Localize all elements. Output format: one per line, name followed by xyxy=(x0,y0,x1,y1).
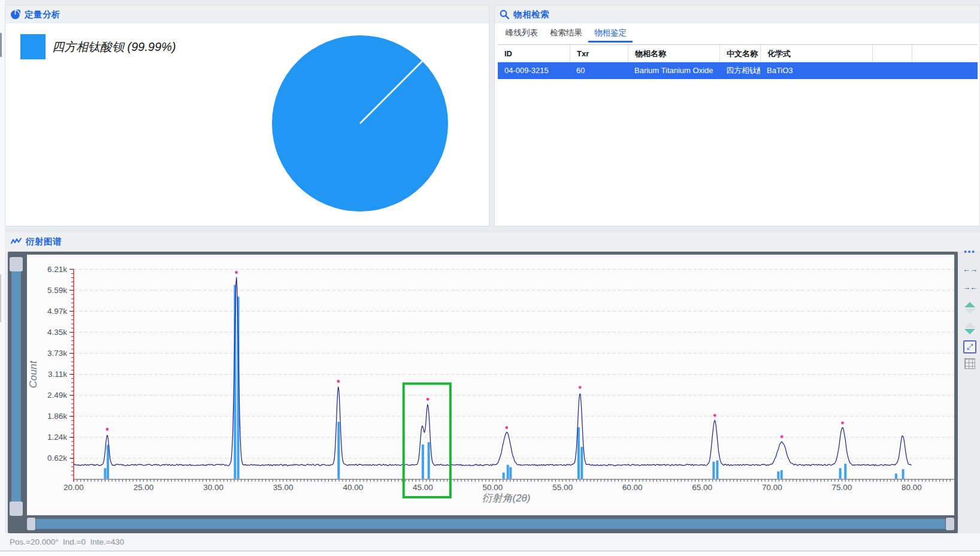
x-tick-label: 30.00 xyxy=(203,483,223,492)
triangle-down-active xyxy=(964,329,975,334)
phase-table: ID Txr 物相名称 中文名称 化学式 04-009-3215 60 Bari… xyxy=(498,44,978,79)
triangle-up-inactive xyxy=(964,322,975,328)
grid-view-icon[interactable] xyxy=(960,358,980,369)
scroll-up-icon[interactable] xyxy=(960,301,980,315)
vertical-zoom-handle-bottom[interactable] xyxy=(10,501,23,516)
chart-panel-title: 衍射图谱 xyxy=(26,236,62,247)
search-tabs: 峰线列表 检索结果 物相鉴定 xyxy=(495,26,979,43)
cell-formula[interactable]: BaTiO3 xyxy=(760,62,872,79)
spectrum-icon xyxy=(11,237,22,246)
legend-label: 四方相钛酸钡 (99.99%) xyxy=(52,39,176,55)
triangle-up-active xyxy=(964,302,975,307)
col-header-txr[interactable]: Txr xyxy=(570,45,628,62)
quant-panel-title: 定量分析 xyxy=(25,9,61,20)
x-axis-ticks xyxy=(74,479,954,482)
x-tick-label: 45.00 xyxy=(413,483,433,492)
cell-chinese-name[interactable]: 四方相钛酸 xyxy=(719,62,760,79)
peak-markers xyxy=(106,271,844,438)
x-tick-label: 40.00 xyxy=(343,483,363,492)
scrollbar-thumb-secondary[interactable] xyxy=(0,274,1,322)
x-tick-label: 60.00 xyxy=(622,483,643,492)
cell-phase-name[interactable]: Barium Titanium Oxide xyxy=(628,62,719,79)
y-tick-label: 1.86k xyxy=(47,412,67,421)
chart-panel-header: 衍射图谱 xyxy=(5,232,980,250)
y-tick-label: 2.49k xyxy=(47,391,67,400)
horizontal-zoom-handle-left[interactable] xyxy=(27,518,35,530)
more-options-icon[interactable]: ••• xyxy=(960,247,980,256)
cell-id[interactable]: 04-009-3215 xyxy=(498,62,570,79)
x-tick-label: 75.00 xyxy=(832,483,852,492)
y-tick-label: 4.35k xyxy=(47,328,67,337)
zoom-selection-box[interactable] xyxy=(404,383,450,497)
vertical-zoom-bar[interactable] xyxy=(11,271,21,501)
triangle-down-inactive xyxy=(964,309,975,314)
y-axis-title: Count xyxy=(28,360,39,388)
y-tick-label: 4.97k xyxy=(47,307,67,316)
col-header-empty-2 xyxy=(912,45,978,62)
collapse-horizontal-icon[interactable]: →← xyxy=(960,283,980,292)
x-tick-label: 80.00 xyxy=(902,483,922,492)
x-tick-label: 20.00 xyxy=(63,483,84,492)
gridlines xyxy=(74,269,954,458)
x-tick-label: 50.00 xyxy=(483,483,503,492)
table-row-selected[interactable]: 04-009-3215 60 Barium Titanium Oxide 四方相… xyxy=(498,62,978,79)
pie-chart-icon xyxy=(10,10,20,20)
y-tick-label: 1.24k xyxy=(47,433,67,442)
col-header-formula[interactable]: 化学式 xyxy=(760,45,872,62)
reference-peak-bars xyxy=(105,285,903,479)
y-tick-labels: 0.62k1.24k1.86k2.49k3.11k3.73k4.35k4.97k… xyxy=(47,265,67,463)
col-header-id[interactable]: ID xyxy=(498,45,570,62)
tab-search-results[interactable]: 检索结果 xyxy=(544,26,588,43)
y-tick-label: 6.21k xyxy=(47,265,67,274)
tab-peak-list[interactable]: 峰线列表 xyxy=(500,26,544,43)
vertical-zoom-handle-top[interactable] xyxy=(10,257,23,271)
x-tick-label: 25.00 xyxy=(134,483,154,492)
x-tick-label: 70.00 xyxy=(762,483,782,492)
x-axis-title: 衍射角(2θ) xyxy=(482,492,531,504)
search-icon xyxy=(500,10,509,19)
y-axis-ticks xyxy=(69,269,74,475)
expand-horizontal-icon[interactable]: ←→ xyxy=(960,265,980,274)
scroll-down-icon[interactable] xyxy=(960,321,980,336)
x-tick-label: 55.00 xyxy=(552,483,573,492)
window-left-scrollbar[interactable] xyxy=(0,0,5,533)
fullscreen-icon[interactable]: ⤢ xyxy=(960,340,980,353)
quant-panel-header: 定量分析 xyxy=(5,5,489,23)
cell-txr[interactable]: 60 xyxy=(570,62,628,79)
x-tick-label: 35.00 xyxy=(273,483,294,492)
search-panel-header: 物相检索 xyxy=(495,5,979,23)
cell-empty-1 xyxy=(872,62,912,79)
y-tick-label: 0.62k xyxy=(47,454,67,463)
scrollbar-thumb[interactable] xyxy=(0,33,2,57)
y-tick-label: 3.11k xyxy=(48,370,67,379)
horizontal-zoom-handle-right[interactable] xyxy=(946,518,954,530)
status-bar: Pos.=20.000° Ind.=0 Inte.=430 xyxy=(0,533,980,551)
col-header-phase-name[interactable]: 物相名称 xyxy=(628,45,719,62)
tab-phase-identification[interactable]: 物相鉴定 xyxy=(588,26,633,43)
y-tick-label: 5.59k xyxy=(47,286,67,295)
pie-chart[interactable] xyxy=(267,31,453,216)
phase-search-panel: 物相检索 峰线列表 检索结果 物相鉴定 ID Txr 物相名称 中文名称 化学式… xyxy=(494,5,980,226)
x-tick-label: 65.00 xyxy=(692,483,712,492)
app-window: 定量分析 四方相钛酸钡 (99.99%) 物相检索 峰线列表 检索结果 物相鉴定… xyxy=(0,0,980,556)
y-tick-label: 3.73k xyxy=(47,349,67,358)
cell-empty-2 xyxy=(912,62,978,79)
col-header-empty-1 xyxy=(872,45,912,62)
phase-table-header: ID Txr 物相名称 中文名称 化学式 xyxy=(498,44,978,62)
status-text: Pos.=20.000° Ind.=0 Inte.=430 xyxy=(10,533,124,551)
horizontal-zoom-bar[interactable] xyxy=(36,519,945,529)
xrd-plot[interactable]: 0.62k1.24k1.86k2.49k3.11k3.73k4.35k4.97k… xyxy=(27,255,954,514)
col-header-chinese-name[interactable]: 中文名称 xyxy=(719,45,760,62)
quant-analysis-panel: 定量分析 四方相钛酸钡 (99.99%) xyxy=(5,5,489,226)
pie-legend: 四方相钛酸钡 (99.99%) xyxy=(20,34,176,59)
search-panel-title: 物相检索 xyxy=(513,9,549,20)
window-footer xyxy=(0,552,980,556)
legend-swatch xyxy=(20,34,46,59)
x-tick-labels: 20.0025.0030.0035.0040.0045.0050.0055.00… xyxy=(63,483,922,492)
